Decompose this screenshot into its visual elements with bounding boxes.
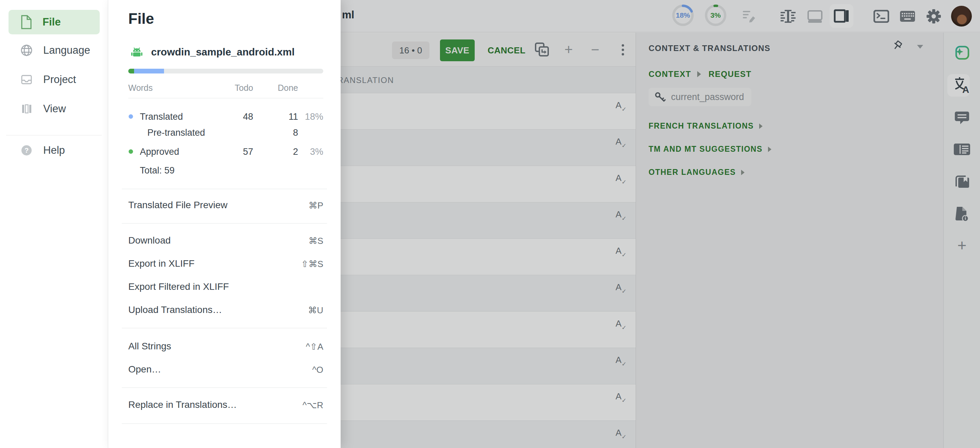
menu-item-translated-file-preview[interactable]: Translated File Preview ⌘P xyxy=(108,198,340,213)
approved-dot xyxy=(129,149,133,154)
menu-item-label: Translated File Preview xyxy=(128,200,228,211)
menu-item-shortcut: ^O xyxy=(312,365,323,375)
current-file: crowdin_sample_android.xml xyxy=(130,46,295,58)
sidebar-item-label: Project xyxy=(43,73,76,86)
divider xyxy=(122,189,327,189)
sidebar-item-language[interactable]: Language xyxy=(8,38,100,63)
sidebar-item-label: Help xyxy=(43,144,65,156)
translated-progress-segment xyxy=(134,69,164,73)
menu-item-label: Export Filtered in XLIFF xyxy=(128,281,229,292)
menu-item-download[interactable]: Download ⌘S xyxy=(108,234,340,249)
divider xyxy=(122,328,327,328)
file-icon xyxy=(20,14,33,30)
svg-text:?: ? xyxy=(24,147,29,154)
menu-item-shortcut: ⌘U xyxy=(308,305,323,316)
divider xyxy=(122,223,327,224)
file-menu-title: File xyxy=(128,10,154,27)
sidebar-item-label: Language xyxy=(43,44,90,56)
menu-item-label: Replace in Translations… xyxy=(128,399,237,410)
menu-item-label: Open… xyxy=(128,364,161,375)
stat-total: Total: 59 xyxy=(140,165,175,176)
menu-item-shortcut: ⇧⌘S xyxy=(301,259,323,269)
crowdin-editor-app: { "colors": { "accent_green": "#2e7d32",… xyxy=(0,0,980,448)
stat-label: Approved xyxy=(140,147,179,157)
approved-progress-segment xyxy=(128,69,134,73)
col-done: Done xyxy=(278,83,298,93)
sidebar-item-project[interactable]: Project xyxy=(8,67,100,92)
divider xyxy=(122,388,327,388)
menu-item-export-xliff[interactable]: Export in XLIFF ⇧⌘S xyxy=(108,257,340,272)
view-columns-icon xyxy=(20,102,33,116)
menu-item-shortcut: ⌘P xyxy=(309,200,323,211)
stat-todo: 8 xyxy=(293,127,298,138)
menu-item-shortcut: ^⇧A xyxy=(306,342,323,352)
col-todo: Todo xyxy=(235,83,253,93)
stat-label: Translated xyxy=(140,111,183,122)
menu-item-open[interactable]: Open… ^O xyxy=(108,362,340,378)
stat-done-pct: 3% xyxy=(310,147,323,157)
file-menu-panel: File crowdin_sample_android.xml Words To… xyxy=(108,0,340,448)
menu-item-all-strings[interactable]: All Strings ^⇧A xyxy=(108,340,340,354)
file-name: crowdin_sample_android.xml xyxy=(151,46,295,58)
sidebar-item-label: File xyxy=(43,16,60,28)
translated-dot xyxy=(129,114,133,119)
menu-item-replace-in-translations[interactable]: Replace in Translations… ^⌥R xyxy=(108,398,340,413)
stat-todo: 2 xyxy=(293,147,298,157)
help-icon: ? xyxy=(20,143,33,157)
sidebar-item-view[interactable]: View xyxy=(8,97,100,121)
menu-item-export-filtered-xliff[interactable]: Export Filtered in XLIFF xyxy=(108,280,340,295)
sidebar-divider xyxy=(6,135,102,135)
menu-item-shortcut: ⌘S xyxy=(309,236,323,246)
file-progress-bar xyxy=(128,69,323,73)
main-sidebar: File Language Project View xyxy=(0,0,108,448)
menu-item-label: Upload Translations… xyxy=(128,305,222,315)
menu-item-shortcut: ^⌥R xyxy=(302,400,323,411)
project-tray-icon xyxy=(20,73,33,86)
col-words: Words xyxy=(128,83,153,93)
menu-item-label: Download xyxy=(128,235,171,246)
menu-item-label: All Strings xyxy=(128,341,171,352)
android-icon xyxy=(130,47,143,57)
globe-icon xyxy=(20,43,33,57)
sidebar-item-help[interactable]: ? Help xyxy=(8,138,100,163)
stat-done-pct: 18% xyxy=(305,111,323,122)
stat-words: 57 xyxy=(243,147,253,157)
stat-words: 48 xyxy=(243,111,253,122)
stat-label: Pre-translated xyxy=(147,127,205,138)
menu-item-upload-translations[interactable]: Upload Translations… ⌘U xyxy=(108,303,340,318)
sidebar-item-label: View xyxy=(43,103,66,115)
sidebar-item-file[interactable]: File xyxy=(8,10,100,34)
menu-item-label: Export in XLIFF xyxy=(128,258,195,269)
stat-todo: 11 xyxy=(288,111,298,122)
